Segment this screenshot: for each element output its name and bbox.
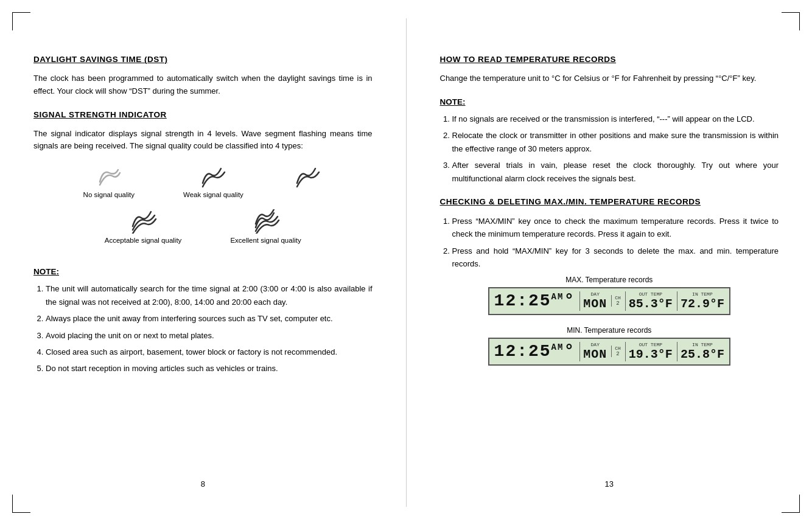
left-page-number: 8 bbox=[201, 479, 205, 488]
acceptable-signal-icon bbox=[128, 209, 158, 234]
how-to-read-heading: HOW TO READ TEMPERATURE RECORDS bbox=[440, 55, 779, 64]
signal-body: The signal indicator displays signal str… bbox=[33, 128, 373, 153]
list-item: Press “MAX/MIN” key once to check the ma… bbox=[452, 215, 779, 241]
signal-icons-area: No signal quality Weak signal quality bbox=[33, 164, 373, 255]
dst-heading: DAYLIGHT SAVINGS TIME (DST) bbox=[33, 55, 373, 64]
excellent-signal-item: Excellent signal quality bbox=[230, 209, 301, 244]
max-temp-display: 12:25AM° DAY MON CH 2 OUT TEMP 85.3°F bbox=[488, 287, 730, 315]
max-temp-day-section: DAY MON bbox=[579, 291, 607, 311]
signal-row-2: Acceptable signal quality Excellent sign… bbox=[105, 209, 301, 244]
list-item: The unit will automatically search for t… bbox=[46, 282, 373, 308]
max-temp-ch-section: CH 2 bbox=[611, 295, 621, 307]
how-to-read-body: Change the temperature unit to °C for Ce… bbox=[440, 72, 779, 85]
list-item: Always place the unit away from interfer… bbox=[46, 312, 373, 325]
left-note-heading: NOTE: bbox=[33, 267, 373, 276]
checking-list: Press “MAX/MIN” key once to check the ma… bbox=[452, 215, 779, 271]
weak-signal-icon-2 bbox=[292, 164, 323, 188]
list-item: After several trials in vain, please res… bbox=[452, 159, 779, 185]
signal-section: SIGNAL STRENGTH INDICATOR The signal ind… bbox=[33, 110, 373, 256]
right-note-heading: NOTE: bbox=[440, 97, 779, 106]
signal-heading: SIGNAL STRENGTH INDICATOR bbox=[33, 110, 373, 119]
min-temp-display: 12:25AM° DAY MON CH 2 OUT TEMP 19.3°F bbox=[488, 338, 730, 366]
how-to-read-section: HOW TO READ TEMPERATURE RECORDS Change t… bbox=[440, 55, 779, 85]
checking-heading: CHECKING & DELETING MAX./MIN. TEMPERATUR… bbox=[440, 197, 779, 206]
min-temp-day: MON bbox=[583, 347, 607, 361]
right-note-section: NOTE: If no signals are received or the … bbox=[440, 97, 779, 185]
checking-section: CHECKING & DELETING MAX./MIN. TEMPERATUR… bbox=[440, 197, 779, 366]
min-temp-day-section: DAY MON bbox=[579, 342, 607, 361]
weak-signal-item: Weak signal quality bbox=[183, 164, 243, 198]
list-item: Do not start reception in moving article… bbox=[46, 362, 373, 375]
no-signal-label: No signal quality bbox=[83, 191, 135, 198]
list-item: Closed area such as airport, basement, t… bbox=[46, 346, 373, 358]
min-out-temp-section: OUT TEMP 19.3°F bbox=[625, 342, 673, 361]
acceptable-signal-item: Acceptable signal quality bbox=[105, 209, 182, 244]
max-temp-container: MAX. Temperature records 12:25AM° DAY MO… bbox=[440, 276, 779, 315]
dst-body: The clock has been programmed to automat… bbox=[33, 72, 373, 98]
right-page-number: 13 bbox=[605, 479, 614, 488]
min-in-temp-value: 25.8°F bbox=[681, 347, 724, 361]
weak-signal-icon bbox=[198, 164, 228, 188]
list-item: If no signals are received or the transm… bbox=[452, 113, 779, 125]
weak-signal-item-2 bbox=[292, 164, 323, 198]
max-out-temp-section: OUT TEMP 85.3°F bbox=[625, 291, 673, 311]
signal-row-1: No signal quality Weak signal quality bbox=[83, 164, 323, 198]
min-out-temp-value: 19.3°F bbox=[629, 347, 673, 361]
min-in-temp-section: IN TEMP 25.8°F bbox=[677, 342, 724, 361]
max-temp-time: 12:25AM° bbox=[494, 291, 576, 310]
min-temp-container: MIN. Temperature records 12:25AM° DAY MO… bbox=[440, 326, 779, 366]
right-page: HOW TO READ TEMPERATURE RECORDS Change t… bbox=[407, 18, 813, 507]
left-page: DAYLIGHT SAVINGS TIME (DST) The clock ha… bbox=[0, 18, 407, 507]
list-item: Relocate the clock or transmitter in oth… bbox=[452, 129, 779, 155]
excellent-signal-label: Excellent signal quality bbox=[230, 237, 301, 244]
min-temp-time: 12:25AM° bbox=[494, 342, 576, 361]
weak-signal-label: Weak signal quality bbox=[183, 191, 243, 198]
list-item: Avoid placing the unit on or next to met… bbox=[46, 329, 373, 342]
max-out-temp-value: 85.3°F bbox=[629, 297, 673, 311]
max-temp-day: MON bbox=[583, 297, 607, 311]
left-note-list: The unit will automatically search for t… bbox=[46, 282, 373, 375]
max-in-temp-section: IN TEMP 72.9°F bbox=[677, 291, 724, 311]
excellent-signal-icon bbox=[251, 209, 281, 234]
acceptable-signal-label: Acceptable signal quality bbox=[105, 237, 182, 244]
max-temp-label: MAX. Temperature records bbox=[565, 276, 653, 284]
no-signal-icon bbox=[94, 164, 124, 188]
left-note-section: NOTE: The unit will automatically search… bbox=[33, 267, 373, 375]
dst-section: DAYLIGHT SAVINGS TIME (DST) The clock ha… bbox=[33, 55, 373, 98]
max-in-temp-value: 72.9°F bbox=[681, 297, 724, 311]
min-temp-label: MIN. Temperature records bbox=[567, 326, 651, 335]
right-note-list: If no signals are received or the transm… bbox=[452, 113, 779, 185]
min-temp-ch-section: CH 2 bbox=[611, 346, 621, 357]
list-item: Press and hold “MAX/MIN” key for 3 secon… bbox=[452, 245, 779, 271]
no-signal-item: No signal quality bbox=[83, 164, 135, 198]
